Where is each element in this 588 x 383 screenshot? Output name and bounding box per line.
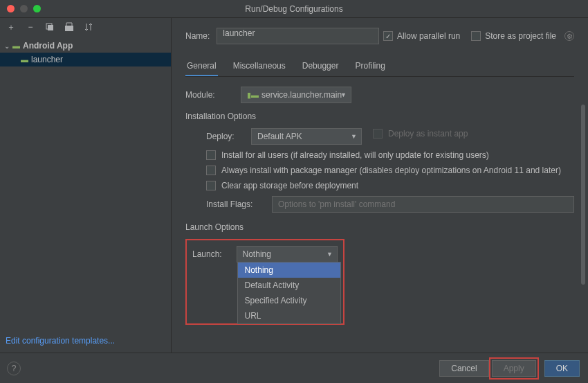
sidebar: ＋ − ⌄ ▬ Android App ▬ launcher Edit conf… (0, 18, 172, 353)
tree-group-android-app[interactable]: ⌄ ▬ Android App (0, 39, 171, 53)
tab-miscellaneous[interactable]: Miscellaneous (232, 57, 287, 76)
instant-app-label: Deploy as instant app (388, 129, 468, 139)
instant-app-checkbox (373, 129, 383, 139)
deploy-value: Default APK (257, 132, 302, 141)
launch-value: Nothing (243, 249, 271, 259)
chevron-down-icon: ▼ (327, 251, 333, 258)
tabs: General Miscellaneous Debugger Profiling (185, 57, 574, 77)
window-close-button[interactable] (7, 5, 15, 12)
scrollbar[interactable] (581, 105, 585, 285)
apply-highlight: Apply (489, 357, 539, 380)
window-title: Run/Debug Configurations (245, 4, 342, 14)
tab-general[interactable]: General (185, 57, 218, 76)
always-pm-checkbox[interactable] (206, 166, 216, 175)
ok-button[interactable]: OK (544, 360, 580, 377)
chevron-down-icon: ▼ (340, 91, 347, 98)
sort-icon[interactable] (83, 21, 94, 33)
svg-rect-2 (65, 26, 73, 31)
tree-item-launcher[interactable]: ▬ launcher (0, 53, 171, 66)
folder-icon: ▮▬ (247, 91, 259, 100)
apply-button[interactable]: Apply (492, 360, 536, 377)
launch-option-specified-activity[interactable]: Specified Activity (238, 293, 340, 308)
help-button[interactable]: ? (7, 362, 21, 375)
launch-highlight: Launch: Nothing ▼ Nothing Default Activi… (185, 239, 344, 325)
install-flags-label: Install Flags: (206, 199, 265, 209)
chevron-down-icon: ▼ (351, 133, 357, 140)
deploy-dropdown[interactable]: Default APK ▼ (251, 128, 362, 145)
module-dropdown[interactable]: ▮▬ service.launcher.main ▼ (241, 87, 351, 103)
clear-storage-checkbox[interactable] (206, 181, 216, 190)
store-project-label: Store as project file (485, 31, 556, 41)
window-minimize-button[interactable] (20, 5, 28, 12)
cancel-button[interactable]: Cancel (439, 360, 488, 377)
tab-content: Module: ▮▬ service.launcher.main ▼ Insta… (172, 77, 588, 353)
allow-parallel-checkbox-wrap[interactable]: Allow parallel run (383, 31, 460, 41)
launch-options-title: Launch Options (185, 222, 574, 232)
install-flags-input[interactable] (272, 196, 574, 213)
android-icon: ▬ (21, 55, 28, 64)
copy-icon[interactable] (44, 21, 55, 33)
tab-profiling[interactable]: Profiling (353, 57, 386, 76)
config-tree: ⌄ ▬ Android App ▬ launcher (0, 36, 171, 329)
name-input[interactable]: launcher (217, 28, 379, 44)
tree-group-label: Android App (23, 41, 73, 51)
always-pm-label: Always install with package manager (dis… (221, 166, 561, 175)
allow-parallel-checkbox[interactable] (383, 31, 393, 41)
add-icon[interactable]: ＋ (6, 21, 17, 33)
footer: ? Cancel Apply OK (0, 353, 588, 383)
sidebar-toolbar: ＋ − (0, 18, 171, 36)
window-maximize-button[interactable] (33, 5, 41, 12)
save-icon[interactable] (64, 21, 75, 33)
gear-icon[interactable]: ⚙ (564, 31, 574, 41)
main-panel: Name: launcher Allow parallel run Store … (172, 18, 588, 353)
launch-option-nothing[interactable]: Nothing (238, 262, 340, 278)
launch-dropdown-menu: Nothing Default Activity Specified Activ… (237, 262, 341, 324)
launch-dropdown[interactable]: Nothing ▼ Nothing Default Activity Speci… (237, 246, 338, 262)
module-value: service.launcher.main (261, 90, 342, 100)
deploy-label: Deploy: (206, 132, 244, 141)
clear-storage-label: Clear app storage before deployment (221, 181, 358, 190)
launch-option-url[interactable]: URL (238, 308, 340, 323)
tab-debugger[interactable]: Debugger (301, 57, 340, 76)
titlebar: Run/Debug Configurations (0, 0, 588, 18)
store-project-checkbox-wrap[interactable]: Store as project file ⚙ (471, 31, 574, 41)
install-all-label: Install for all users (if already instal… (221, 150, 489, 160)
tree-item-label: launcher (31, 55, 63, 64)
install-options-title: Installation Options (185, 112, 574, 121)
edit-templates-link[interactable]: Edit configuration templates... (0, 329, 171, 353)
name-label: Name: (185, 31, 210, 41)
store-project-checkbox[interactable] (471, 31, 481, 41)
install-all-checkbox[interactable] (206, 150, 216, 160)
svg-rect-1 (48, 25, 53, 30)
module-label: Module: (185, 90, 234, 100)
remove-icon[interactable]: − (25, 21, 36, 33)
launch-option-default-activity[interactable]: Default Activity (238, 278, 340, 293)
allow-parallel-label: Allow parallel run (397, 31, 460, 41)
chevron-down-icon: ⌄ (4, 42, 10, 50)
launch-label: Launch: (192, 249, 230, 259)
android-icon: ▬ (12, 42, 20, 50)
